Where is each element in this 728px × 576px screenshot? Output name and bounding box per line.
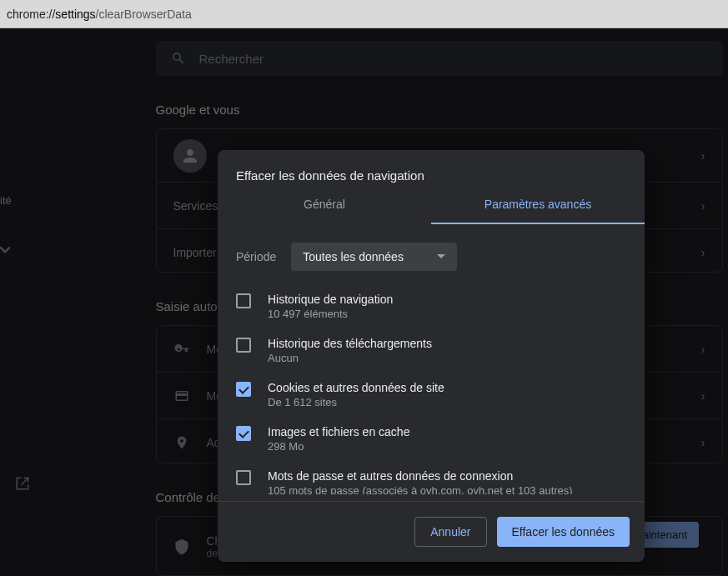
option-subtitle: 298 Mo	[268, 440, 409, 453]
url-host: settings	[55, 8, 95, 21]
tab-advanced[interactable]: Paramètres avancés	[431, 198, 645, 224]
url-scheme: chrome://	[7, 8, 55, 21]
url-path: /clearBrowserData	[96, 8, 192, 21]
option-subtitle: De 1 612 sites	[268, 396, 444, 408]
option-row[interactable]: Images et fichiers en cache298 Mo	[236, 417, 626, 461]
tab-basic[interactable]: Général	[218, 198, 431, 224]
dialog-tabs: Général Paramètres avancés	[218, 198, 645, 224]
clear-browsing-data-dialog: Effacer les données de navigation Généra…	[218, 150, 645, 562]
period-select[interactable]: Toutes les données	[291, 243, 457, 271]
options-list: Historique de navigation10 497 élémentsH…	[218, 278, 645, 494]
option-row[interactable]: Mots de passe et autres données de conne…	[236, 461, 626, 494]
option-row[interactable]: Historique des téléchargementsAucun	[236, 328, 626, 373]
option-row[interactable]: Historique de navigation10 497 éléments	[236, 284, 626, 328]
checkbox[interactable]	[236, 293, 251, 308]
url-bar[interactable]: chrome://settings/clearBrowserData	[0, 0, 728, 28]
option-row[interactable]: Cookies et autres données de siteDe 1 61…	[236, 373, 626, 417]
option-subtitle: Aucun	[268, 352, 432, 364]
option-title: Cookies et autres données de site	[268, 381, 444, 394]
option-subtitle: 105 mots de passe (associés à ovh.com, o…	[268, 484, 573, 494]
option-title: Historique des téléchargements	[268, 337, 432, 350]
period-value: Toutes les données	[303, 250, 404, 263]
dialog-title: Effacer les données de navigation	[218, 150, 645, 198]
checkbox[interactable]	[236, 338, 251, 353]
period-label: Période	[236, 250, 276, 263]
option-title: Images et fichiers en cache	[268, 425, 409, 438]
checkbox[interactable]	[236, 382, 251, 397]
option-title: Mots de passe et autres données de conne…	[268, 469, 573, 483]
checkbox[interactable]	[236, 426, 251, 441]
option-subtitle: 10 497 éléments	[268, 308, 393, 320]
chevron-down-icon	[437, 253, 445, 261]
confirm-button[interactable]: Effacer les données	[497, 517, 630, 547]
cancel-button[interactable]: Annuler	[414, 517, 486, 547]
option-title: Historique de navigation	[268, 293, 393, 306]
checkbox[interactable]	[236, 470, 251, 485]
